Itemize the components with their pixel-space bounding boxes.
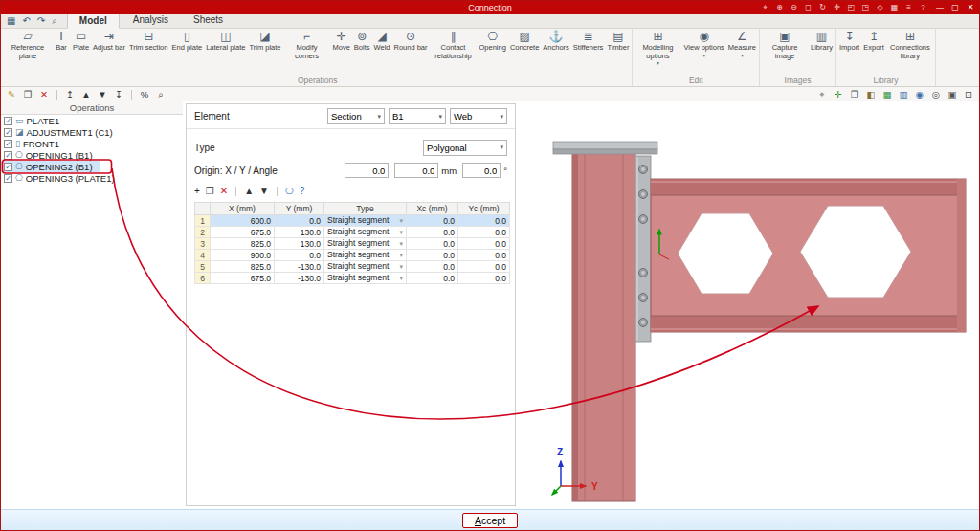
panel-blue-icon[interactable]: ▥ xyxy=(898,89,909,100)
solid-view-icon[interactable]: ◧ xyxy=(865,89,877,100)
ribbon-button-bolts[interactable]: ⊚Bolts xyxy=(352,29,372,76)
end-plate[interactable] xyxy=(635,156,651,342)
ribbon-button-trim-section[interactable]: ⊟Trim section xyxy=(127,29,170,76)
edit-operation-icon[interactable]: ✎ xyxy=(6,89,17,100)
zoom-fit-icon[interactable]: ◻ xyxy=(803,2,813,13)
percentage-icon[interactable]: % xyxy=(139,89,150,100)
copy-row-icon[interactable]: ❐ xyxy=(206,186,214,197)
close-button[interactable]: ✕ xyxy=(963,2,978,13)
zoom-in-icon[interactable]: ⊕ xyxy=(774,2,785,13)
table-row[interactable]: 1600.00.0Straight segment▾0.00.0 xyxy=(195,215,510,227)
ribbon-button-import[interactable]: ↧Import xyxy=(837,29,861,76)
element-part-select[interactable]: Web▾ xyxy=(450,108,507,124)
ribbon-button-plate[interactable]: ▭Plate xyxy=(71,29,91,76)
checkbox-checked-icon[interactable]: ✓ xyxy=(4,163,12,171)
ribbon-button-lateral-plate[interactable]: ◫Lateral plate xyxy=(204,29,247,76)
tree-item-opening2-b1[interactable]: ✓⎔OPENING2 (B1) xyxy=(1,161,100,172)
delete-operation-icon[interactable]: ✕ xyxy=(38,89,50,100)
camera-icon[interactable]: ▣ xyxy=(947,89,958,100)
move-row-down-icon[interactable]: ▼ xyxy=(259,186,269,197)
beam-member[interactable] xyxy=(651,179,966,332)
redo-icon[interactable]: ↷ xyxy=(37,16,45,26)
ribbon-button-round-bar[interactable]: ⊙Round bar xyxy=(391,29,429,76)
ribbon-button-opening[interactable]: ⎔Opening xyxy=(478,29,508,76)
grid-view-icon[interactable]: ▦ xyxy=(889,2,900,13)
copy-operation-icon[interactable]: ❐ xyxy=(22,89,33,100)
origin-angle-input[interactable] xyxy=(462,163,501,178)
eye-icon[interactable]: ◎ xyxy=(930,89,942,100)
origin-x-input[interactable] xyxy=(345,163,389,178)
polygon-icon[interactable]: ⎔ xyxy=(285,186,294,197)
user-view-icon[interactable]: ⌖ xyxy=(760,2,770,13)
ribbon-button-adjust-bar[interactable]: ⇥Adjust bar xyxy=(91,29,127,76)
tree-item-opening1-b1[interactable]: ✓⎔OPENING1 (B1) xyxy=(1,149,100,161)
front-view-icon[interactable]: ◰ xyxy=(846,2,857,13)
delete-row-icon[interactable]: ✕ xyxy=(220,186,228,197)
checkbox-checked-icon[interactable]: ✓ xyxy=(4,151,12,160)
model-grid-icon[interactable]: ▦ xyxy=(7,16,15,26)
tree-item-front1[interactable]: ✓▯FRONT1 xyxy=(1,138,67,149)
ribbon-button-modelling-options[interactable]: ⊞Modelling options▾ xyxy=(634,29,681,76)
checkbox-checked-icon[interactable]: ✓ xyxy=(4,128,12,137)
ribbon-button-measure[interactable]: ∠Measure▾ xyxy=(726,29,758,76)
move-top-icon[interactable]: ↥ xyxy=(64,89,76,100)
list-view-icon[interactable]: ≡ xyxy=(903,2,914,13)
ribbon-button-contact-relationship[interactable]: ∥Contact relationship xyxy=(430,29,478,76)
element-member-select[interactable]: B1▾ xyxy=(389,108,446,124)
grid-green-icon[interactable]: ▦ xyxy=(881,89,893,100)
maximize-button[interactable]: ▢ xyxy=(947,2,963,13)
tab-model[interactable]: Model xyxy=(67,13,120,29)
monitor-icon[interactable]: ⊡ xyxy=(963,89,974,100)
ribbon-button-connections-library[interactable]: ⊞Connections library xyxy=(886,29,934,76)
type-select[interactable]: Polygonal ▾ xyxy=(423,140,507,156)
element-kind-select[interactable]: Section▾ xyxy=(327,108,385,124)
ribbon-button-weld[interactable]: ◢Weld xyxy=(372,29,392,76)
ribbon-button-view-options[interactable]: ◉View options▾ xyxy=(681,29,725,76)
zoom-selected-icon[interactable]: ⌕ xyxy=(155,89,167,100)
ribbon-button-anchors[interactable]: ⚓Anchors xyxy=(541,29,571,76)
top-view-icon[interactable]: ◳ xyxy=(860,2,871,13)
table-row[interactable]: 2675.0130.0Straight segment▾0.00.0 xyxy=(195,227,510,238)
ribbon-button-trim-plate[interactable]: ◪Trim plate xyxy=(247,29,282,76)
table-row[interactable]: 6675.0-130.0Straight segment▾0.00.0 xyxy=(195,273,510,284)
tree-item-adjustment1-c1[interactable]: ✓◪ADJUSTMENT1 (C1) xyxy=(1,126,121,138)
help-icon[interactable]: ? xyxy=(300,186,305,197)
add-row-icon[interactable]: + xyxy=(194,186,200,197)
copy-view-icon[interactable]: ❐ xyxy=(849,89,860,100)
tree-item-plate1[interactable]: ✓▭PLATE1 xyxy=(1,115,67,126)
3d-viewport[interactable]: Z Y xyxy=(516,101,979,509)
tree-item-opening3-plate1[interactable]: ✓⎔OPENING3 (PLATE1) xyxy=(1,172,122,184)
table-row[interactable]: 3825.0130.0Straight segment▾0.00.0 xyxy=(195,238,510,250)
ribbon-button-stiffeners[interactable]: ≣Stiffeners xyxy=(571,29,606,76)
move-bottom-icon[interactable]: ↧ xyxy=(113,89,124,100)
ribbon-button-move[interactable]: ✛Move xyxy=(331,29,352,76)
pan-view-icon[interactable]: ✛ xyxy=(832,2,842,13)
table-row[interactable]: 4900.00.0Straight segment▾0.00.0 xyxy=(195,250,510,261)
axes-icon[interactable]: ✛ xyxy=(833,89,844,100)
ribbon-button-bar[interactable]: ⅠBar xyxy=(52,29,71,76)
checkbox-checked-icon[interactable]: ✓ xyxy=(4,140,12,148)
help-icon[interactable]: ? xyxy=(918,2,928,13)
iso-view-icon[interactable]: ◇ xyxy=(875,2,885,13)
rotate-view-icon[interactable]: ↻ xyxy=(817,2,828,13)
tab-analysis[interactable]: Analysis xyxy=(122,13,180,28)
ribbon-button-timber[interactable]: ▤Timber xyxy=(605,29,631,76)
origin-y-input[interactable] xyxy=(394,163,438,178)
ribbon-button-reference-plane[interactable]: ▱Reference plane xyxy=(4,29,52,76)
move-up-icon[interactable]: ▲ xyxy=(80,89,92,100)
tab-sheets[interactable]: Sheets xyxy=(182,13,234,28)
ribbon-button-concrete[interactable]: ▨Concrete xyxy=(508,29,541,76)
search-icon[interactable]: ⌕ xyxy=(52,16,57,26)
ribbon-button-library[interactable]: ▥Library xyxy=(809,29,835,76)
checkbox-checked-icon[interactable]: ✓ xyxy=(4,117,12,125)
move-row-up-icon[interactable]: ▲ xyxy=(244,186,254,197)
table-row[interactable]: 5825.0-130.0Straight segment▾0.00.0 xyxy=(195,261,510,273)
ribbon-button-capture-image[interactable]: ▣Capture image xyxy=(761,29,809,76)
checkbox-checked-icon[interactable]: ✓ xyxy=(4,174,12,183)
transparency-icon[interactable]: ◉ xyxy=(914,89,925,100)
minimize-button[interactable]: — xyxy=(932,2,947,13)
zoom-out-icon[interactable]: ⊖ xyxy=(789,2,799,13)
ribbon-button-modify-corners[interactable]: ⌐Modify corners xyxy=(283,29,331,76)
view-person-icon[interactable]: ⌖ xyxy=(816,89,828,100)
move-down-icon[interactable]: ▼ xyxy=(97,89,108,100)
